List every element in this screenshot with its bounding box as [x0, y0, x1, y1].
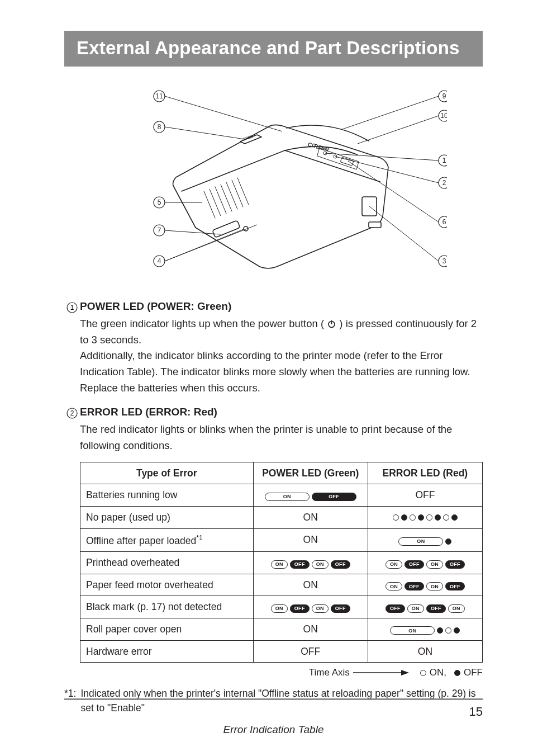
table-cell: ON [368, 528, 482, 551]
callout-9: 9 [439, 91, 447, 102]
table-cell [368, 506, 482, 528]
table-caption: Error Indication Table [64, 724, 483, 736]
section-error-led: 2 ERROR LED (ERROR: Red) The red indicat… [64, 406, 483, 453]
legend-off: OFF [464, 667, 483, 678]
footnote-ref: *1 [196, 534, 203, 542]
circled-number-2-icon: 2 [64, 407, 80, 419]
state-pill-off: OFF [445, 560, 465, 569]
page-title-band: External Appearance and Part Description… [64, 31, 483, 67]
svg-text:1: 1 [442, 157, 446, 164]
table-row: Roll paper cover openONON [80, 618, 483, 640]
th-type: Type of Error [80, 462, 254, 484]
state-dot-off [445, 538, 451, 545]
table-cell-type: Roll paper cover open [80, 618, 254, 640]
state-pill-on: ON [448, 604, 465, 613]
callout-2: 2 [439, 177, 447, 188]
table-cell: OFFONOFFON [368, 596, 482, 618]
section-2-heading: ERROR LED (ERROR: Red) [80, 406, 483, 418]
circled-number-1-icon: 1 [64, 301, 80, 314]
table-row: Hardware errorOFFON [80, 640, 483, 663]
state-pill-off: OFF [290, 604, 310, 613]
state-dot-off [451, 514, 458, 521]
state-pill-on: ON [271, 560, 288, 569]
table-cell: ONOFFONOFF [253, 552, 368, 574]
state-pill-off: OFF [290, 560, 310, 569]
svg-line-25 [369, 206, 439, 261]
section-1-heading: POWER LED (POWER: Green) [80, 300, 483, 313]
table-cell-type: Printhead overheated [80, 552, 254, 574]
svg-text:7: 7 [157, 226, 161, 234]
table-cell-type: Offline after paper loaded*1 [80, 528, 254, 551]
svg-text:11: 11 [155, 92, 163, 100]
state-pill-on: ON [271, 604, 288, 613]
state-dot-off [418, 514, 424, 521]
callout-4: 4 [154, 256, 165, 267]
state-pill-on: ON [426, 582, 443, 590]
state-pill-off: OFF [386, 604, 405, 613]
state-pill-off: OFF [426, 604, 446, 613]
table-cell-type: Black mark (p. 17) not detected [80, 596, 254, 618]
section-1-para1a: The green indicator lights up when the p… [80, 318, 327, 329]
table-cell: ON [368, 640, 482, 663]
legend-dot-on-icon [420, 670, 426, 676]
footer-rule [64, 698, 483, 700]
svg-text:2: 2 [70, 409, 74, 417]
table-cell: ONOFFONOFF [368, 552, 482, 574]
table-cell: ON [253, 528, 368, 551]
callout-5: 5 [154, 197, 165, 208]
th-power: POWER LED (Green) [253, 462, 368, 484]
table-cell: ON [253, 506, 368, 528]
table-cell: OFF [368, 484, 482, 507]
table-cell-type: Paper feed motor overheated [80, 574, 254, 596]
table-cell-type: Batteries running low [80, 484, 254, 507]
svg-line-15 [165, 96, 282, 131]
table-row: Paper feed motor overheatedONONOFFONOFF [80, 574, 483, 596]
page-title: External Appearance and Part Description… [77, 37, 460, 58]
state-pill-off: OFF [312, 493, 356, 501]
legend-dot-off-icon [454, 670, 460, 676]
state-dot-off [401, 514, 407, 521]
state-dot-on [426, 514, 432, 521]
state-pill-on: ON [390, 626, 435, 635]
callout-6: 6 [439, 216, 447, 228]
state-pill-on: ON [426, 560, 443, 569]
svg-text:6: 6 [442, 218, 446, 226]
table-header-row: Type of Error POWER LED (Green) ERROR LE… [80, 462, 483, 484]
table-row: No paper (used up)ON [80, 506, 483, 528]
svg-text:10: 10 [440, 112, 447, 120]
power-icon [327, 319, 336, 329]
section-1-text: The green indicator lights up when the p… [80, 316, 483, 396]
state-pill-on: ON [312, 604, 329, 613]
time-axis-row: Time Axis ON, OFF [96, 667, 483, 678]
state-dot-on [393, 514, 399, 521]
error-indication-table: Type of Error POWER LED (Green) ERROR LE… [80, 462, 483, 663]
table-cell: ONOFF [253, 484, 368, 507]
footnote-text: Indicated only when the printer's intern… [80, 686, 483, 716]
state-dot-off [454, 627, 460, 634]
callout-10: 10 [439, 110, 447, 121]
state-pill-on: ON [265, 493, 310, 501]
table-cell-type: No paper (used up) [80, 506, 254, 528]
state-dot-on [443, 514, 449, 521]
state-pill-off: OFF [331, 604, 350, 613]
table-cell: ONOFFONOFF [253, 596, 368, 618]
section-power-led: 1 POWER LED (POWER: Green) The green ind… [64, 300, 483, 396]
table-row: Offline after paper loaded*1ONON [80, 528, 483, 551]
page-number: 15 [469, 705, 483, 719]
section-2-text: The red indicator lights or blinks when … [80, 422, 483, 453]
callout-7: 7 [154, 225, 165, 236]
svg-text:2: 2 [442, 179, 446, 187]
callout-8: 8 [154, 121, 165, 133]
callout-3: 3 [439, 256, 447, 267]
state-pill-on: ON [407, 604, 424, 613]
time-axis-label: Time Axis [309, 667, 350, 678]
state-dot-on [410, 514, 416, 521]
state-pill-on: ON [386, 560, 402, 569]
table-row: Batteries running lowONOFFOFF [80, 484, 483, 507]
state-dot-on [445, 627, 451, 634]
footnote-mark: *1: [64, 686, 76, 716]
table-cell: ON [253, 574, 368, 596]
table-row: Black mark (p. 17) not detectedONOFFONOF… [80, 596, 483, 618]
state-pill-off: OFF [331, 560, 350, 569]
svg-text:5: 5 [157, 199, 161, 206]
